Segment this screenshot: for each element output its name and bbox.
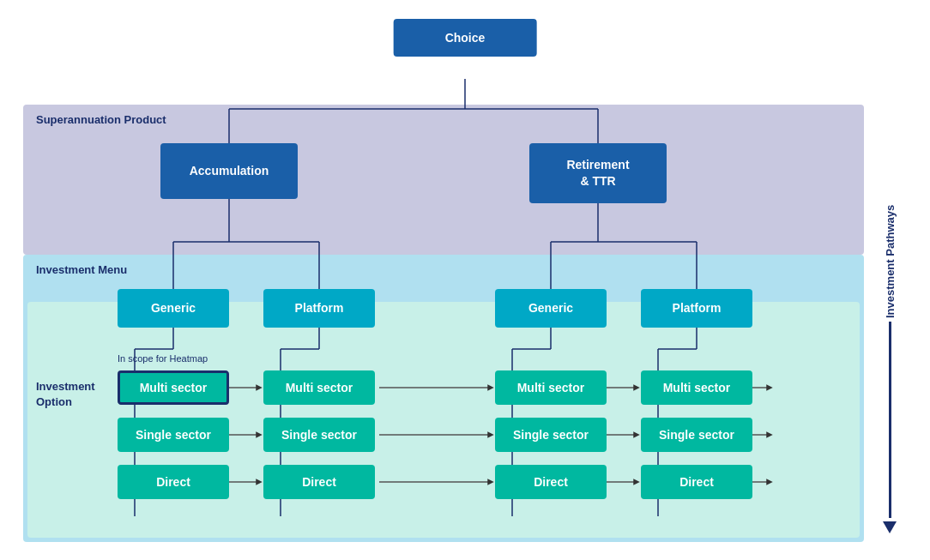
- heatmap-label: In scope for Heatmap: [118, 353, 208, 364]
- multi-sector-gen-acc-node: Multi sector: [118, 370, 229, 405]
- single-sector-plat-acc-node: Single sector: [263, 418, 375, 452]
- direct-plat-ret-node: Direct: [641, 465, 752, 499]
- single-sector-gen-ret-node: Single sector: [495, 418, 607, 452]
- generic-acc-node: Generic: [118, 289, 229, 328]
- investment-option-label: InvestmentOption: [36, 379, 95, 410]
- retirement-node: Retirement& TTR: [529, 143, 667, 203]
- arrow-head: [883, 521, 897, 533]
- pathways-label: Investment Pathways: [884, 122, 897, 318]
- multi-sector-plat-ret-node: Multi sector: [641, 370, 752, 405]
- investment-menu-label: Investment Menu: [36, 263, 127, 276]
- multi-sector-gen-ret-node: Multi sector: [495, 370, 607, 405]
- multi-sector-plat-acc-node: Multi sector: [263, 370, 375, 405]
- platform-ret-node: Platform: [641, 289, 752, 328]
- single-sector-plat-ret-node: Single sector: [641, 418, 752, 452]
- accumulation-node: Accumulation: [160, 143, 298, 199]
- root-node: Choice: [394, 19, 537, 57]
- diagram-wrapper: Superannuation Product Investment Menu I…: [15, 10, 915, 551]
- direct-gen-acc-node: Direct: [118, 465, 229, 499]
- arrow-line: [889, 322, 891, 518]
- single-sector-gen-acc-node: Single sector: [118, 418, 229, 452]
- platform-acc-node: Platform: [263, 289, 375, 328]
- super-product-label: Superannuation Product: [36, 113, 166, 126]
- super-product-section: [23, 105, 864, 255]
- generic-ret-node: Generic: [495, 289, 607, 328]
- direct-gen-ret-node: Direct: [495, 465, 607, 499]
- direct-plat-acc-node: Direct: [263, 465, 375, 499]
- investment-pathways-arrow: Investment Pathways: [868, 122, 911, 533]
